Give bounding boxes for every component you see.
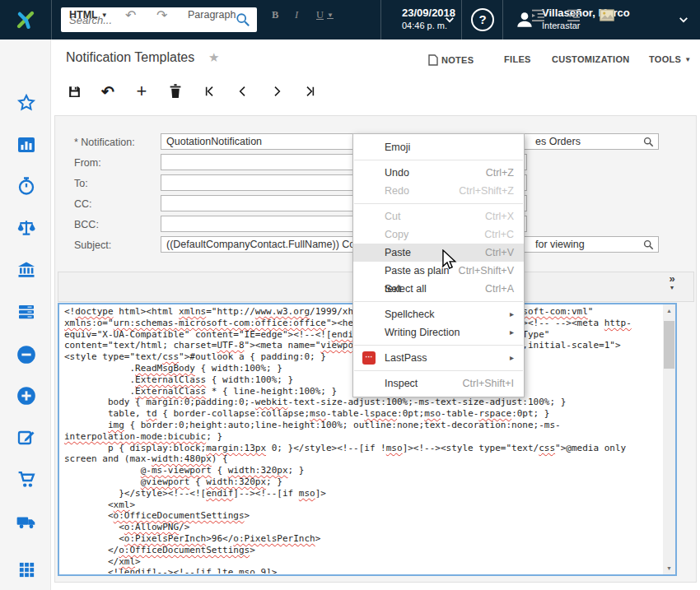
menu-item-paste[interactable]: PasteCtrl+V: [353, 244, 524, 262]
sidebar-item-dashboards[interactable]: [15, 133, 38, 156]
minus-circle-icon: [16, 344, 37, 365]
sidebar-item-add[interactable]: [15, 384, 38, 407]
notes-label: NOTES: [441, 55, 474, 65]
chevron-left-icon: [236, 85, 250, 98]
stacked-list-icon: [16, 302, 36, 322]
notes-link[interactable]: NOTES: [428, 54, 474, 66]
toolbar-overflow-button[interactable]: » ▼: [664, 273, 680, 298]
menu-separator: [354, 370, 523, 371]
menu-item-inspect[interactable]: InspectCtrl+Shift+I: [353, 374, 524, 393]
submenu-arrow-icon: ▸: [510, 349, 514, 367]
menu-item-paste-as-plain-text[interactable]: Paste as plain textCtrl+Shift+V: [353, 262, 524, 280]
outdent-button[interactable]: [531, 5, 545, 25]
screen-lookup-value: es Orders: [525, 136, 643, 147]
menu-item-label: Inspect: [385, 374, 418, 393]
sidebar-item-apps-menu[interactable]: [15, 558, 38, 581]
menu-shortcut: Ctrl+X: [485, 207, 514, 225]
screen-lookup-field[interactable]: es Orders: [524, 133, 659, 150]
tools-link[interactable]: TOOLS ▼: [649, 54, 691, 64]
menu-item-cut: CutCtrl+X: [353, 207, 524, 225]
paragraph-label: Paragraph: [188, 9, 236, 21]
sidebar-item-compose[interactable]: [15, 426, 38, 449]
files-link[interactable]: FILES: [504, 54, 531, 64]
customization-link[interactable]: CUSTOMIZATION: [552, 54, 630, 64]
link-lookup-field[interactable]: for viewing: [524, 236, 659, 253]
add-new-record-button[interactable]: +: [131, 81, 152, 101]
menu-shortcut: Ctrl+Shift+V: [459, 262, 514, 280]
menu-item-label: Emoji: [385, 138, 410, 156]
cancel-changes-button[interactable]: ↶: [97, 81, 119, 101]
editor-undo-button[interactable]: ↶: [125, 5, 136, 25]
sidebar-item-shipments[interactable]: [15, 510, 38, 533]
sidebar-item-data-views[interactable]: [15, 300, 38, 323]
first-record-icon: [203, 85, 216, 98]
help-button[interactable]: ?: [471, 8, 494, 31]
undo-arrow-icon: ↶: [101, 82, 114, 101]
sidebar-item-balances[interactable]: [15, 216, 38, 239]
last-record-button[interactable]: [300, 81, 321, 101]
menu-shortcut: Ctrl+Shift+Z: [459, 182, 514, 200]
indent-button[interactable]: [567, 5, 581, 25]
asterisk-logo-icon: [13, 7, 38, 32]
delete-record-button[interactable]: [165, 81, 186, 101]
sidebar-item-banking[interactable]: [15, 258, 38, 281]
star-icon: [16, 93, 36, 113]
bcc-label: BCC:: [74, 219, 99, 230]
scrollbar-thumb[interactable]: [664, 321, 674, 369]
menu-item-lastpass[interactable]: ···LastPass▸: [353, 349, 524, 367]
favorite-star-icon[interactable]: ★: [208, 50, 219, 65]
left-sidebar: ›: [0, 39, 51, 590]
menu-shortcut: Ctrl+A: [485, 280, 514, 298]
menu-item-spellcheck[interactable]: Spellcheck▸: [353, 305, 524, 323]
menu-item-label: Copy: [385, 225, 408, 244]
next-record-button[interactable]: [266, 81, 287, 101]
date-chevron-down-icon[interactable]: [445, 16, 455, 24]
stopwatch-icon: [16, 176, 36, 196]
sidebar-item-remove[interactable]: [15, 343, 38, 366]
menu-item-undo[interactable]: UndoCtrl+Z: [353, 164, 524, 182]
app-logo[interactable]: [0, 0, 51, 39]
menu-separator: [354, 160, 523, 160]
paragraph-style-dropdown[interactable]: Paragraph: [188, 5, 236, 25]
first-record-button[interactable]: [198, 81, 220, 101]
menu-item-label: Select all: [385, 280, 427, 298]
menu-item-emoji[interactable]: Emoji: [353, 138, 524, 156]
underline-button[interactable]: U ▼: [316, 5, 334, 25]
scroll-up-icon[interactable]: ▲: [663, 304, 675, 317]
lookup-magnifier-icon[interactable]: [643, 239, 654, 250]
image-icon: [600, 9, 614, 21]
cart-icon: [16, 469, 37, 490]
last-record-icon: [304, 85, 317, 98]
menu-item-writing-direction[interactable]: Writing Direction▸: [353, 323, 524, 341]
previous-record-button[interactable]: [232, 81, 254, 101]
chevron-down-icon: ▼: [664, 285, 680, 291]
italic-button[interactable]: I: [295, 5, 298, 25]
menu-item-label: Cut: [385, 207, 400, 225]
undo-arrow-icon: ↶: [125, 7, 136, 23]
mouse-cursor-icon: [441, 249, 457, 271]
chevron-right-icon: [270, 85, 283, 98]
editor-scrollbar[interactable]: ▲ ▼: [663, 304, 675, 574]
save-icon: [68, 85, 82, 99]
plus-circle-icon: [16, 385, 37, 406]
sidebar-item-time[interactable]: [15, 174, 38, 197]
topbar-separator: [502, 0, 503, 39]
user-chevron-down-icon: [679, 16, 688, 24]
menu-item-select-all[interactable]: Select allCtrl+A: [353, 280, 524, 298]
note-doc-icon: [428, 54, 438, 66]
search-icon[interactable]: [236, 12, 250, 27]
save-button[interactable]: [63, 81, 85, 101]
insert-image-button[interactable]: [600, 5, 614, 25]
lookup-magnifier-icon[interactable]: [643, 137, 654, 147]
sidebar-item-favorites[interactable]: [15, 91, 38, 114]
scroll-down-icon[interactable]: ▼: [663, 562, 675, 574]
link-lookup-value: for viewing: [525, 239, 643, 250]
html-mode-dropdown[interactable]: HTML ▼: [69, 5, 108, 25]
sidebar-item-sales[interactable]: [15, 467, 38, 490]
bold-button[interactable]: B: [272, 5, 278, 25]
menu-item-label: Redo: [385, 182, 409, 200]
bar-chart-icon: [16, 135, 36, 155]
menu-separator: [354, 345, 523, 346]
html-mode-label: HTML: [69, 9, 98, 21]
editor-redo-button[interactable]: ↷: [156, 5, 167, 25]
